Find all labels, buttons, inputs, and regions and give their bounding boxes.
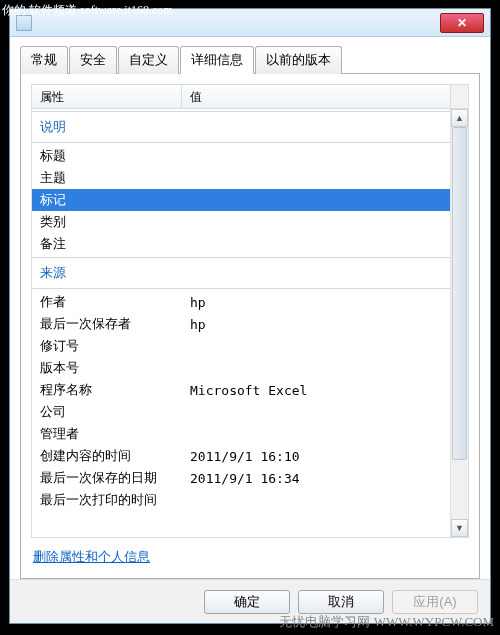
remove-properties-link[interactable]: 删除属性和个人信息 bbox=[33, 549, 150, 564]
prop-value: hp bbox=[182, 315, 450, 334]
section-description: 说明 bbox=[32, 114, 450, 140]
section-divider bbox=[32, 111, 450, 112]
prop-value bbox=[182, 498, 450, 502]
tab-panel-details: 属性 值 说明 标题 主题 标记 类别 备注 来源 bbox=[20, 74, 480, 579]
prop-label: 标记 bbox=[32, 189, 182, 211]
properties-dialog: ✕ 常规 安全 自定义 详细信息 以前的版本 属性 值 说明 bbox=[9, 8, 491, 624]
prop-value: hp bbox=[182, 293, 450, 312]
prop-label: 管理者 bbox=[32, 423, 182, 445]
tab-custom[interactable]: 自定义 bbox=[118, 46, 179, 74]
scroll-track[interactable] bbox=[451, 127, 468, 519]
prop-label: 标题 bbox=[32, 145, 182, 167]
tab-security[interactable]: 安全 bbox=[69, 46, 117, 74]
table-row[interactable]: 版本号 bbox=[32, 357, 450, 379]
prop-value bbox=[182, 220, 450, 224]
list-header: 属性 值 bbox=[32, 85, 468, 109]
table-row[interactable]: 最后一次打印的时间 bbox=[32, 489, 450, 511]
prop-value: 2011/9/1 16:34 bbox=[182, 469, 450, 488]
tab-details[interactable]: 详细信息 bbox=[180, 46, 254, 74]
prop-label: 最后一次打印的时间 bbox=[32, 489, 182, 511]
list-rows: 说明 标题 主题 标记 类别 备注 来源 作者hp 最后一次保存者hp 修订号 … bbox=[32, 109, 450, 537]
prop-label: 备注 bbox=[32, 233, 182, 255]
table-row[interactable]: 修订号 bbox=[32, 335, 450, 357]
vertical-scrollbar[interactable]: ▲ ▼ bbox=[450, 109, 468, 537]
scroll-up-button[interactable]: ▲ bbox=[451, 109, 468, 127]
table-row[interactable]: 最后一次保存的日期2011/9/1 16:34 bbox=[32, 467, 450, 489]
prop-value bbox=[182, 154, 450, 158]
prop-value bbox=[182, 176, 450, 180]
tab-bar: 常规 安全 自定义 详细信息 以前的版本 bbox=[20, 45, 480, 74]
table-row[interactable]: 类别 bbox=[32, 211, 450, 233]
section-divider bbox=[32, 257, 450, 258]
column-scroll-spacer bbox=[450, 85, 468, 108]
prop-label: 最后一次保存者 bbox=[32, 313, 182, 335]
table-row[interactable]: 标题 bbox=[32, 145, 450, 167]
prop-label: 修订号 bbox=[32, 335, 182, 357]
scroll-thumb[interactable] bbox=[452, 127, 467, 460]
close-icon: ✕ bbox=[457, 16, 467, 30]
prop-value bbox=[182, 198, 450, 202]
property-list: 属性 值 说明 标题 主题 标记 类别 备注 来源 bbox=[31, 84, 469, 538]
table-row[interactable]: 创建内容的时间2011/9/1 16:10 bbox=[32, 445, 450, 467]
prop-label: 程序名称 bbox=[32, 379, 182, 401]
section-source: 来源 bbox=[32, 260, 450, 286]
prop-value bbox=[182, 432, 450, 436]
table-row[interactable]: 标记 bbox=[32, 189, 450, 211]
prop-label: 公司 bbox=[32, 401, 182, 423]
table-row[interactable]: 公司 bbox=[32, 401, 450, 423]
prop-label: 版本号 bbox=[32, 357, 182, 379]
column-value[interactable]: 值 bbox=[182, 85, 450, 108]
prop-value bbox=[182, 366, 450, 370]
table-row[interactable]: 程序名称Microsoft Excel bbox=[32, 379, 450, 401]
watermark-bottom: 无忧电脑学习网 WWW.WYPCW.COM bbox=[279, 613, 494, 631]
prop-value bbox=[182, 410, 450, 414]
apply-button: 应用(A) bbox=[392, 590, 478, 614]
table-row[interactable]: 主题 bbox=[32, 167, 450, 189]
chevron-up-icon: ▲ bbox=[455, 113, 464, 123]
watermark-top: 你的·软件频道·software.it168.com bbox=[2, 2, 173, 19]
table-row[interactable]: 管理者 bbox=[32, 423, 450, 445]
column-property[interactable]: 属性 bbox=[32, 85, 182, 108]
prop-value: Microsoft Excel bbox=[182, 381, 450, 400]
tab-general[interactable]: 常规 bbox=[20, 46, 68, 74]
remove-properties-link-row: 删除属性和个人信息 bbox=[31, 538, 469, 570]
prop-label: 作者 bbox=[32, 291, 182, 313]
dialog-content: 常规 安全 自定义 详细信息 以前的版本 属性 值 说明 标题 bbox=[10, 37, 490, 579]
prop-label: 主题 bbox=[32, 167, 182, 189]
prop-label: 最后一次保存的日期 bbox=[32, 467, 182, 489]
prop-label: 创建内容的时间 bbox=[32, 445, 182, 467]
chevron-down-icon: ▼ bbox=[455, 523, 464, 533]
prop-label: 类别 bbox=[32, 211, 182, 233]
prop-value: 2011/9/1 16:10 bbox=[182, 447, 450, 466]
section-divider bbox=[32, 142, 450, 143]
close-button[interactable]: ✕ bbox=[440, 13, 484, 33]
ok-button[interactable]: 确定 bbox=[204, 590, 290, 614]
list-body: 说明 标题 主题 标记 类别 备注 来源 作者hp 最后一次保存者hp 修订号 … bbox=[32, 109, 468, 537]
section-divider bbox=[32, 288, 450, 289]
prop-value bbox=[182, 344, 450, 348]
table-row[interactable]: 最后一次保存者hp bbox=[32, 313, 450, 335]
cancel-button[interactable]: 取消 bbox=[298, 590, 384, 614]
prop-value bbox=[182, 242, 450, 246]
scroll-down-button[interactable]: ▼ bbox=[451, 519, 468, 537]
table-row[interactable]: 作者hp bbox=[32, 291, 450, 313]
tab-previous-versions[interactable]: 以前的版本 bbox=[255, 46, 342, 74]
table-row[interactable]: 备注 bbox=[32, 233, 450, 255]
